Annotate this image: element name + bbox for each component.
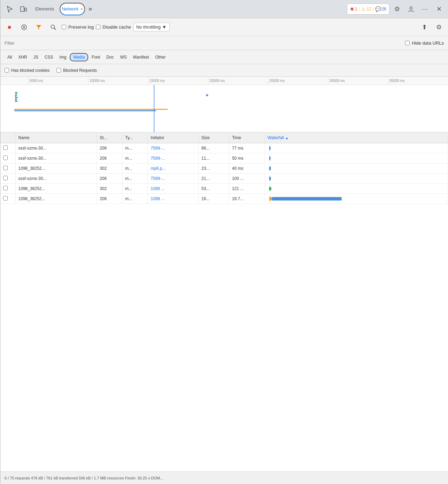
- cell-waterfall: [265, 174, 448, 184]
- warning-badge: ⚠ 12: [361, 6, 371, 12]
- cell-status: 206: [97, 153, 122, 164]
- throttle-dropdown[interactable]: No throttling ▼: [133, 23, 170, 31]
- device-icon[interactable]: [17, 3, 30, 15]
- cell-waterfall: [265, 143, 448, 153]
- more-tabs-button[interactable]: »: [86, 5, 94, 13]
- filter-label: Filter: [5, 40, 15, 46]
- row-checkbox[interactable]: [3, 176, 8, 180]
- blocked-requests-checkbox[interactable]: Blocked Requests: [56, 68, 97, 73]
- warning-icon: ⚠: [361, 6, 366, 12]
- col-waterfall[interactable]: Waterfall ▲: [265, 133, 448, 143]
- network-settings-button[interactable]: ⚙: [433, 21, 445, 33]
- tab-network[interactable]: Network ×: [60, 3, 85, 15]
- type-img[interactable]: Img: [56, 54, 69, 61]
- type-ws[interactable]: WS: [117, 54, 129, 61]
- timeline-ruler: 5000 ms 10000 ms 15000 ms 20000 ms 25000…: [0, 77, 448, 85]
- tab-elements[interactable]: Elements: [31, 3, 58, 15]
- timeline-orange-bar: [14, 109, 168, 110]
- error-icon: ✖: [350, 6, 354, 12]
- table-row: sssf-xzms-30... 206 m... 7599-... 11... …: [0, 153, 448, 164]
- col-type[interactable]: Ty...: [122, 133, 147, 143]
- type-css[interactable]: CSS: [42, 54, 56, 61]
- col-size[interactable]: Size: [198, 133, 229, 143]
- ruler-mark-6: 30000 ms: [328, 77, 388, 85]
- type-doc[interactable]: Doc: [104, 54, 116, 61]
- col-name[interactable]: Name: [15, 133, 97, 143]
- cell-name[interactable]: 1098_38252...: [15, 184, 97, 194]
- filter-button[interactable]: [32, 21, 45, 33]
- ruler-mark-1: 5000 ms: [28, 77, 88, 85]
- row-checkbox[interactable]: [3, 156, 8, 160]
- cell-initiator: mp6.p...: [147, 164, 198, 174]
- stop-button[interactable]: [18, 21, 30, 33]
- cell-type: m...: [122, 143, 147, 153]
- svg-marker-6: [36, 25, 41, 30]
- type-font[interactable]: Font: [89, 54, 103, 61]
- close-button[interactable]: ✕: [433, 3, 445, 15]
- cell-time: 40 ms: [229, 164, 265, 174]
- settings-top-button[interactable]: ⚙: [391, 3, 403, 15]
- disable-cache-checkbox[interactable]: Disable cache: [96, 24, 131, 30]
- cell-status: 206: [97, 194, 122, 204]
- cell-time: 121 ...: [229, 184, 265, 194]
- ruler-mark-3: 15000 ms: [148, 77, 208, 85]
- cell-type: m...: [122, 164, 147, 174]
- cell-status: 206: [97, 143, 122, 153]
- cell-type: m...: [122, 184, 147, 194]
- ruler-mark-2: 10000 ms: [88, 77, 148, 85]
- status-bar: 6 / 75 requests 476 kB / 761 kB transfer…: [0, 471, 448, 484]
- row-checkbox[interactable]: [3, 196, 8, 201]
- svg-rect-0: [21, 7, 24, 12]
- type-filter-bar: All XHR JS CSS Img Media Font Doc WS Man…: [0, 50, 448, 64]
- col-status[interactable]: St...: [97, 133, 122, 143]
- sort-arrow-icon: ▲: [285, 136, 289, 140]
- cell-name[interactable]: 1098_38252...: [15, 164, 97, 174]
- cell-time: 50 ms: [229, 153, 265, 164]
- network-toolbar: ● Preserve log Disable cache No throttli…: [0, 18, 448, 36]
- col-initiator[interactable]: Initiator: [147, 133, 198, 143]
- more-options-button[interactable]: ⋯: [419, 3, 431, 15]
- cell-status: 206: [97, 174, 122, 184]
- cell-time: 100 ...: [229, 174, 265, 184]
- has-blocked-cookies-checkbox[interactable]: Has blocked cookies: [5, 68, 50, 73]
- col-time[interactable]: Time: [229, 133, 265, 143]
- timeline-dot: [206, 94, 208, 96]
- type-media[interactable]: Media: [70, 53, 88, 61]
- tab-close-icon[interactable]: ×: [81, 7, 83, 12]
- cell-size: 21...: [198, 174, 229, 184]
- cell-waterfall: [265, 194, 448, 204]
- type-js[interactable]: JS: [31, 54, 41, 61]
- type-other[interactable]: Other: [152, 54, 168, 61]
- record-button[interactable]: ●: [3, 21, 16, 33]
- cell-size: 53...: [198, 184, 229, 194]
- cell-type: m...: [122, 194, 147, 204]
- cell-name[interactable]: 1098_38252...: [15, 194, 97, 204]
- type-manifest[interactable]: Manifest: [130, 54, 152, 61]
- search-button[interactable]: [47, 21, 60, 33]
- cell-name[interactable]: sssf-xzms-30...: [15, 174, 97, 184]
- preserve-log-checkbox[interactable]: Preserve log: [62, 24, 94, 30]
- hide-data-urls-checkbox[interactable]: Hide data URLs: [405, 40, 444, 46]
- filter-input[interactable]: [19, 40, 401, 46]
- table-row: 1098_38252... 302 m... mp6.p... 23... 40…: [0, 164, 448, 174]
- row-checkbox[interactable]: [3, 186, 8, 190]
- cell-name[interactable]: sssf-xzms-30...: [15, 153, 97, 164]
- cell-initiator: 7599-...: [147, 174, 198, 184]
- cell-initiator: 1098 ...: [147, 184, 198, 194]
- console-badges[interactable]: ✖ 1 | ⚠ 12 | 💬 26: [347, 3, 389, 15]
- timeline-chart: [0, 85, 448, 133]
- type-xhr[interactable]: XHR: [15, 54, 30, 61]
- cell-initiator: 1098 ...: [147, 194, 198, 204]
- svg-point-2: [410, 7, 412, 9]
- cell-size: 86...: [198, 143, 229, 153]
- import-button[interactable]: ⬆: [418, 21, 431, 33]
- type-all[interactable]: All: [5, 54, 15, 61]
- cell-name[interactable]: sssf-xzms-30...: [15, 143, 97, 153]
- table-row: sssf-xzms-30... 206 m... 7599-... 86... …: [0, 143, 448, 153]
- table-row: 1098_38252... 206 m... 1098 ... 16... 19…: [0, 194, 448, 204]
- inspect-icon[interactable]: [3, 3, 16, 15]
- row-checkbox[interactable]: [3, 145, 8, 150]
- user-button[interactable]: [405, 3, 417, 15]
- filter-bar: Filter Hide data URLs: [0, 36, 448, 50]
- row-checkbox[interactable]: [3, 166, 8, 170]
